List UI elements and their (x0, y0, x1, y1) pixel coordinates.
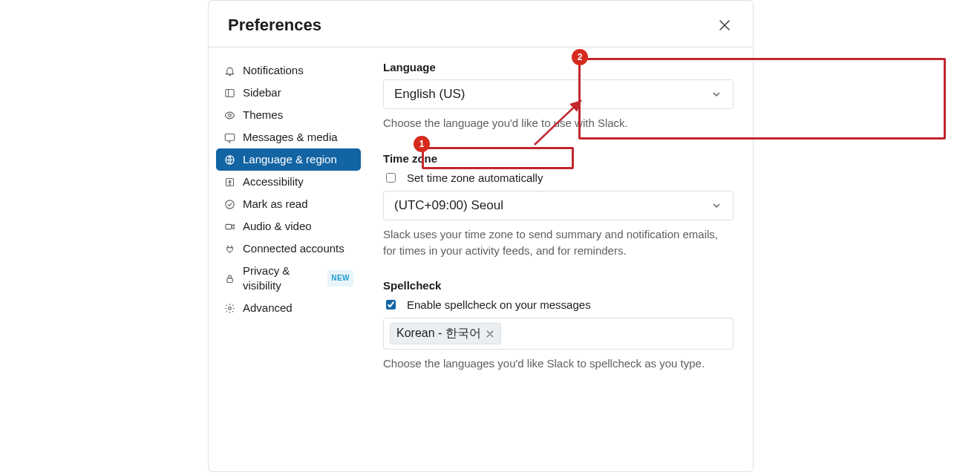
modal-body: Notifications Sidebar Themes (209, 48, 753, 471)
section-spellcheck: Spellcheck Enable spellcheck on your mes… (383, 279, 734, 372)
svg-rect-7 (225, 224, 231, 229)
sidebar-item-label: Messages & media (243, 130, 338, 145)
timezone-helper: Slack uses your time zone to send summar… (383, 226, 734, 259)
chat-icon (223, 131, 235, 143)
close-button[interactable] (716, 16, 734, 34)
timezone-selected-value: (UTC+09:00) Seoul (394, 198, 503, 213)
bell-icon (223, 65, 235, 76)
sidebar-item-label: Language & region (243, 152, 337, 167)
modal-header: Preferences (209, 1, 753, 48)
timezone-auto-row[interactable]: Set time zone automatically (383, 171, 734, 185)
gear-icon (223, 302, 235, 314)
sidebar-item-label: Advanced (243, 301, 293, 315)
section-language: Language English (US) Choose the languag… (383, 61, 734, 131)
sidebar-item-mark-read[interactable]: Mark as read (216, 193, 361, 215)
lock-icon (223, 272, 235, 284)
sidebar-item-advanced[interactable]: Advanced (216, 297, 361, 319)
tag-remove-icon[interactable] (486, 330, 494, 338)
preferences-modal: Preferences Notifications (208, 0, 754, 472)
new-badge: NEW (327, 270, 353, 286)
globe-icon (223, 154, 235, 166)
svg-rect-8 (226, 278, 232, 282)
svg-rect-0 (225, 89, 233, 96)
language-helper: Choose the language you'd like to use wi… (383, 115, 734, 131)
timezone-label: Time zone (383, 152, 734, 165)
spellcheck-enable-row[interactable]: Enable spellcheck on your messages (383, 298, 734, 312)
preferences-content: Language English (US) Choose the languag… (368, 48, 753, 471)
spellcheck-label: Spellcheck (383, 279, 734, 292)
svg-point-2 (228, 114, 231, 117)
sidebar-item-themes[interactable]: Themes (216, 104, 361, 126)
section-timezone: Time zone Set time zone automatically (U… (383, 152, 734, 259)
plug-icon (223, 243, 235, 255)
sidebar-item-audio-video[interactable]: Audio & video (216, 215, 361, 238)
sidebar-item-label: Accessibility (243, 174, 304, 189)
spellcheck-enable-label: Enable spellcheck on your messages (407, 298, 591, 311)
person-icon (223, 176, 235, 188)
svg-point-5 (229, 180, 231, 182)
chevron-down-icon (710, 88, 722, 100)
sidebar-item-language-region[interactable]: Language & region (216, 148, 361, 171)
timezone-select[interactable]: (UTC+09:00) Seoul (383, 191, 734, 220)
language-select[interactable]: English (US) (383, 79, 734, 109)
language-selected-value: English (US) (394, 87, 465, 102)
sidebar-item-label: Connected accounts (243, 241, 344, 256)
svg-point-6 (225, 200, 233, 208)
tag-label: Korean - 한국어 (396, 326, 481, 341)
sidebar-item-label: Privacy & visibility (243, 263, 320, 293)
sidebar-item-notifications[interactable]: Notifications (216, 59, 361, 82)
sidebar-item-accessibility[interactable]: Accessibility (216, 171, 361, 193)
svg-point-9 (228, 307, 231, 309)
eye-icon (223, 109, 235, 121)
sidebar-item-label: Mark as read (243, 197, 308, 212)
preferences-sidebar: Notifications Sidebar Themes (209, 48, 368, 471)
sidebar-item-connected-accounts[interactable]: Connected accounts (216, 238, 361, 260)
sidebar-item-messages-media[interactable]: Messages & media (216, 126, 361, 148)
chevron-down-icon (710, 200, 722, 212)
close-icon (719, 19, 731, 31)
sidebar-item-privacy-visibility[interactable]: Privacy & visibility NEW (216, 260, 361, 297)
spellcheck-language-tag: Korean - 한국어 (390, 323, 501, 344)
spellcheck-language-input[interactable]: Korean - 한국어 (383, 318, 734, 350)
sidebar-item-sidebar[interactable]: Sidebar (216, 82, 361, 104)
spellcheck-helper: Choose the languages you'd like Slack to… (383, 356, 734, 372)
sidebar-item-label: Audio & video (243, 219, 312, 234)
modal-title: Preferences (228, 16, 321, 35)
check-circle-icon (223, 198, 235, 210)
timezone-auto-label: Set time zone automatically (407, 171, 543, 184)
sidebar-icon (223, 87, 235, 99)
sidebar-item-label: Notifications (243, 63, 304, 78)
language-label: Language (383, 61, 734, 73)
sidebar-item-label: Themes (243, 108, 283, 122)
camera-icon (223, 220, 235, 232)
sidebar-item-label: Sidebar (243, 85, 281, 100)
spellcheck-enable-checkbox[interactable] (386, 300, 396, 309)
timezone-auto-checkbox[interactable] (386, 173, 396, 183)
